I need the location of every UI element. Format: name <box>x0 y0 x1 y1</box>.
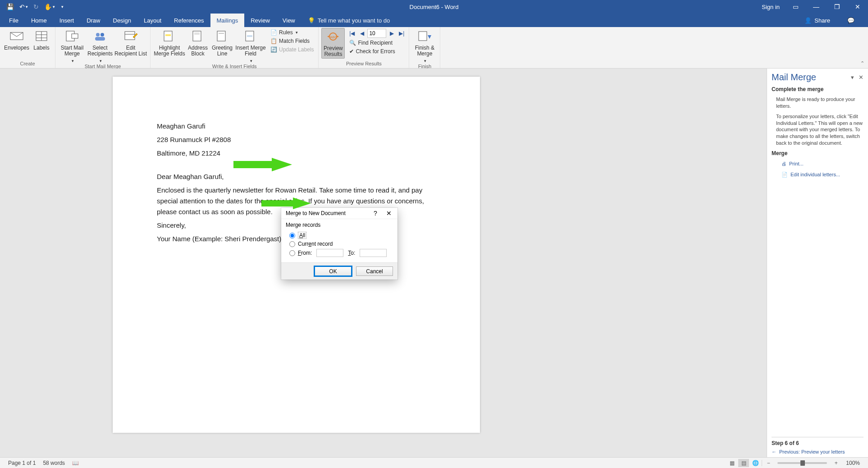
dialog-help-button[interactable]: ? <box>369 210 382 217</box>
radio-current-row: Current record Current record <box>286 240 393 248</box>
merge-to-new-document-dialog: Merge to New Document ? ✕ Merge records … <box>281 208 397 280</box>
quick-access-toolbar: 💾 ↶▾ ↻ ✋▾ ▾ <box>0 0 66 14</box>
labels-button[interactable]: Labels <box>31 28 52 51</box>
tab-mailings[interactable]: Mailings <box>210 14 245 27</box>
tab-draw[interactable]: Draw <box>80 14 106 27</box>
svg-rect-25 <box>419 32 427 41</box>
read-mode-button[interactable]: ▦ <box>726 459 737 467</box>
svg-rect-10 <box>125 32 135 40</box>
restore-button[interactable]: ❐ <box>827 0 847 14</box>
start-mail-merge-button[interactable]: Start Mail Merge ▾ <box>58 28 86 63</box>
from-record-input[interactable] <box>316 249 343 257</box>
radio-current[interactable] <box>289 241 295 247</box>
radio-all-label[interactable]: AAllll <box>298 232 306 239</box>
cancel-button[interactable]: Cancel <box>356 266 393 276</box>
zoom-in-button[interactable]: + <box>831 459 841 467</box>
tell-me-box[interactable]: 💡 Tell me what you want to do <box>302 14 396 27</box>
select-recipients-button[interactable]: Select Recipients ▾ <box>86 28 114 63</box>
greeting-line-button[interactable]: Greeting Line <box>210 28 234 57</box>
mail-merge-task-pane: Mail Merge ▾ ✕ Complete the merge Mail M… <box>767 69 868 457</box>
insert-merge-field-button[interactable]: Insert Merge Field ▾ <box>234 28 267 63</box>
dialog-close-button[interactable]: ✕ <box>382 210 396 217</box>
zoom-out-button[interactable]: − <box>763 459 774 467</box>
undo-icon[interactable]: ↶▾ <box>17 0 31 14</box>
first-record-button[interactable]: |◀ <box>347 29 356 38</box>
last-record-button[interactable]: ▶| <box>397 29 406 38</box>
zoom-slider[interactable] <box>777 462 827 464</box>
zoom-level[interactable]: 100% <box>842 460 863 466</box>
tab-insert[interactable]: Insert <box>53 14 81 27</box>
proofing-icon[interactable]: 📖 <box>69 460 82 466</box>
tab-layout[interactable]: Layout <box>137 14 168 27</box>
svg-rect-6 <box>72 34 78 38</box>
print-layout-button[interactable]: ▤ <box>738 459 749 467</box>
annotation-arrow-1 <box>233 158 292 171</box>
people-icon <box>93 29 107 43</box>
touch-mode-icon[interactable]: ✋▾ <box>41 0 58 14</box>
redo-icon[interactable]: ↻ <box>31 0 41 14</box>
ok-button[interactable]: OK <box>315 266 352 276</box>
chevron-down-icon: ▾ <box>296 30 298 35</box>
share-button[interactable]: 👤 Share <box>798 17 836 24</box>
page-indicator[interactable]: Page 1 of 1 <box>5 460 39 466</box>
status-bar: Page 1 of 1 58 words 📖 ▦ ▤ 🌐 − + 100% <box>0 457 868 468</box>
ribbon-display-icon[interactable]: ▭ <box>785 0 806 14</box>
group-start-mail-merge: Start Mail Merge ▾ Select Recipients ▾ E… <box>55 27 151 68</box>
rules-button[interactable]: 📄Rules▾ <box>269 29 315 36</box>
tab-file[interactable]: File <box>3 14 25 27</box>
task-pane-options-icon[interactable]: ▾ <box>851 74 854 81</box>
collapse-ribbon-button[interactable]: ⌃ <box>860 60 864 66</box>
web-layout-button[interactable]: 🌐 <box>750 459 761 467</box>
radio-from-row: From: From: To: To: <box>286 248 393 258</box>
close-button[interactable]: ✕ <box>847 0 868 14</box>
previous-step-link[interactable]: ← Previous: Preview your letters <box>772 449 863 454</box>
title-bar: 💾 ↶▾ ↻ ✋▾ ▾ Document6 - Word Sign in ▭ —… <box>0 0 868 14</box>
update-labels-button: 🔄Update Labels <box>269 46 315 53</box>
edit-individual-letters-link[interactable]: 📄 Edit individual letters... <box>772 171 863 179</box>
highlight-merge-fields-button[interactable]: Highlight Merge Fields <box>153 28 186 57</box>
to-record-input[interactable] <box>360 249 387 257</box>
to-label: To: <box>348 250 355 256</box>
print-link[interactable]: 🖨 Print... <box>772 160 863 167</box>
group-preview-label: Preview Results <box>321 60 406 68</box>
finish-merge-button[interactable]: Finish & Merge ▾ <box>412 28 437 63</box>
tab-view[interactable]: View <box>276 14 302 27</box>
tab-references[interactable]: References <box>168 14 210 27</box>
check-for-errors-button[interactable]: ✔Check for Errors <box>347 48 406 55</box>
sign-in-link[interactable]: Sign in <box>756 0 785 14</box>
comments-icon[interactable]: 💬 <box>841 17 861 24</box>
person-icon: 👤 <box>804 17 812 24</box>
save-icon[interactable]: 💾 <box>4 0 17 14</box>
radio-current-label[interactable]: Current record <box>298 241 333 247</box>
radio-from[interactable] <box>289 250 295 256</box>
radio-from-label[interactable]: From: <box>298 250 312 256</box>
word-count[interactable]: 58 words <box>39 460 69 466</box>
tab-home[interactable]: Home <box>25 14 53 27</box>
svg-marker-24 <box>337 36 339 37</box>
finish-icon <box>417 29 432 43</box>
tab-design[interactable]: Design <box>107 14 137 27</box>
find-recipient-button[interactable]: 🔍Find Recipient <box>347 39 406 46</box>
qat-customize-icon[interactable]: ▾ <box>58 0 66 14</box>
dialog-footer: OK Cancel <box>281 263 397 280</box>
address-block-button[interactable]: Address Block <box>186 28 210 57</box>
preview-icon: ABC <box>326 29 340 44</box>
match-fields-button[interactable]: 📋Match Fields <box>269 37 315 45</box>
svg-rect-17 <box>217 31 225 41</box>
envelopes-button[interactable]: Envelopes <box>3 28 31 51</box>
group-preview-results: ABC Preview Results |◀ ◀ ▶ ▶| 🔍Find Reci… <box>319 27 409 68</box>
mailmerge-icon <box>65 29 79 43</box>
address-icon <box>191 29 205 43</box>
prev-record-button[interactable]: ◀ <box>357 29 366 38</box>
edit-recipient-list-button[interactable]: Edit Recipient List <box>114 28 147 57</box>
chevron-down-icon: ▾ <box>250 59 252 63</box>
task-pane-close-button[interactable]: ✕ <box>859 74 863 81</box>
document-canvas[interactable]: Meaghan Garufi 228 Runamuck Pl #2808 Bal… <box>0 69 767 457</box>
next-record-button[interactable]: ▶ <box>387 29 396 38</box>
radio-all[interactable] <box>289 233 295 239</box>
preview-results-toggle[interactable]: ABC Preview Results <box>321 28 345 59</box>
record-number-input[interactable] <box>367 29 386 38</box>
minimize-button[interactable]: — <box>806 0 827 14</box>
tab-review[interactable]: Review <box>244 14 276 27</box>
task-pane-title-row: Mail Merge ▾ ✕ <box>772 72 863 83</box>
